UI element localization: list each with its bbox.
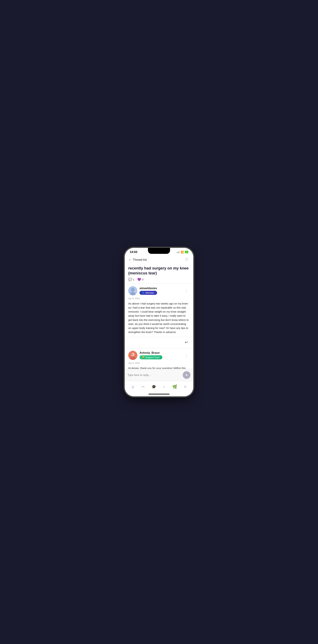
thread-list-label: Thread list xyxy=(133,258,147,262)
reply-btn-row-1: ↩ xyxy=(125,337,193,348)
support-icon: 🏆 xyxy=(142,356,145,359)
post-text-2: Hi Aimee, thank you for your question! W… xyxy=(128,366,190,369)
post-card-1: aimeeldavies 👤 Member ⋮ Apr 9, 2021 As a… xyxy=(125,284,193,348)
author-name-1: aimeeldavies xyxy=(140,287,157,290)
bottom-nav: ⌂ ✂ 🎓 ⤢ 🌿 ≡ xyxy=(125,381,193,392)
status-bar: 14:03 📶 ⚡ xyxy=(125,248,193,255)
avatar-1 xyxy=(128,286,137,295)
svg-point-1 xyxy=(131,353,135,356)
comment-count: 💬 1 xyxy=(128,278,134,282)
more-options-button-2[interactable]: ⋮ xyxy=(183,352,190,358)
reply-input[interactable] xyxy=(128,374,181,376)
avatar-placeholder-1 xyxy=(128,286,137,295)
author-name-badge-1: aimeeldavies 👤 Member xyxy=(140,287,157,295)
avatar-silhouette xyxy=(130,288,136,295)
avatar-2 xyxy=(128,351,137,360)
reply-button-1[interactable]: ↩ xyxy=(183,339,190,346)
signal-bar-4 xyxy=(179,251,180,253)
nav-home[interactable]: ⌂ xyxy=(129,383,137,391)
activity-icon: ⤢ xyxy=(163,385,165,389)
phone-screen: 14:03 📶 ⚡ ← Thread list ♡ xyxy=(125,248,193,396)
author-name-badge-2: Antonia_Braun 🏆 Support Team xyxy=(140,351,162,360)
member-badge-label: Member xyxy=(146,292,154,294)
scroll-content[interactable]: aimeeldavies 👤 Member ⋮ Apr 9, 2021 As a… xyxy=(125,284,193,369)
avatar-body xyxy=(130,292,136,295)
nav-wellness[interactable]: 🌿 xyxy=(171,383,178,391)
home-icon: ⌂ xyxy=(132,384,134,389)
like-count: 💜 0 xyxy=(137,278,143,282)
support-badge: 🏆 Support Team xyxy=(140,355,162,360)
signal-bar-2 xyxy=(177,252,178,253)
avatar-svg xyxy=(128,351,137,360)
nav-activity[interactable]: ⤢ xyxy=(160,383,168,391)
thread-title-area: recently had surgery on my knee (meniscu… xyxy=(125,265,193,284)
battery-icon: ⚡ xyxy=(185,251,188,253)
nav-menu[interactable]: ≡ xyxy=(181,383,189,391)
heart-icon: ♡ xyxy=(185,258,188,262)
post-author-row-2: Antonia_Braun 🏆 Support Team ⋮ xyxy=(125,348,193,362)
status-time: 14:03 xyxy=(130,250,137,254)
author-name-2: Antonia_Braun xyxy=(140,351,162,354)
status-icons: 📶 ⚡ xyxy=(176,251,188,254)
phone-frame: 14:03 📶 ⚡ ← Thread list ♡ xyxy=(125,248,193,396)
thread-title: recently had surgery on my knee (meniscu… xyxy=(128,266,190,276)
post-text-1: As above I had surgery two weeks ago on … xyxy=(128,302,190,334)
notch xyxy=(148,248,170,254)
tools-icon: ✂ xyxy=(142,384,145,389)
member-badge: 👤 Member xyxy=(140,291,157,295)
send-icon: ➤ xyxy=(184,372,189,377)
post-date-2: Apr 9, 2021 xyxy=(128,362,190,364)
post-date-1: Apr 9, 2021 xyxy=(128,297,190,300)
post-content-area-1: Apr 9, 2021 As above I had surgery two w… xyxy=(125,297,193,337)
avatar-head xyxy=(131,288,135,292)
learn-icon: 🎓 xyxy=(152,384,156,389)
home-bar xyxy=(149,394,169,394)
menu-icon: ≡ xyxy=(184,384,186,389)
signal-bars-icon xyxy=(176,251,180,253)
thread-meta: 💬 1 💜 0 xyxy=(128,278,190,282)
signal-bar-1 xyxy=(176,252,177,253)
home-indicator xyxy=(125,392,193,396)
signal-bar-3 xyxy=(178,251,179,253)
back-arrow-icon: ← xyxy=(128,258,132,262)
post-card-2: Antonia_Braun 🏆 Support Team ⋮ Apr 9, 20… xyxy=(125,348,193,369)
svg-point-3 xyxy=(132,354,133,355)
nav-learn[interactable]: 🎓 xyxy=(150,383,158,391)
back-button[interactable]: ← Thread list xyxy=(128,258,147,262)
send-button[interactable]: ➤ xyxy=(183,371,190,379)
avatar-photo-2 xyxy=(128,351,137,360)
author-info-1: aimeeldavies 👤 Member xyxy=(128,286,157,295)
chat-icon: 💬 xyxy=(128,278,132,282)
favorite-button[interactable]: ♡ xyxy=(183,257,190,263)
heart-filled-icon: 💜 xyxy=(137,278,141,282)
battery-lightning: ⚡ xyxy=(185,251,188,253)
wellness-icon: 🌿 xyxy=(172,384,177,389)
comment-count-value: 1 xyxy=(133,278,134,281)
nav-tools[interactable]: ✂ xyxy=(139,383,147,391)
more-options-button-1[interactable]: ⋮ xyxy=(183,288,190,294)
post-author-row-1: aimeeldavies 👤 Member ⋮ xyxy=(125,284,193,297)
header: ← Thread list ♡ xyxy=(125,255,193,265)
reply-bar: ➤ xyxy=(125,369,193,381)
member-icon: 👤 xyxy=(142,292,145,294)
like-count-value: 0 xyxy=(142,278,143,281)
wifi-icon: 📶 xyxy=(181,251,184,254)
author-info-2: Antonia_Braun 🏆 Support Team xyxy=(128,351,162,360)
post-content-area-2: Apr 9, 2021 Hi Aimee, thank you for your… xyxy=(125,362,193,369)
support-badge-label: Support Team xyxy=(146,356,160,359)
